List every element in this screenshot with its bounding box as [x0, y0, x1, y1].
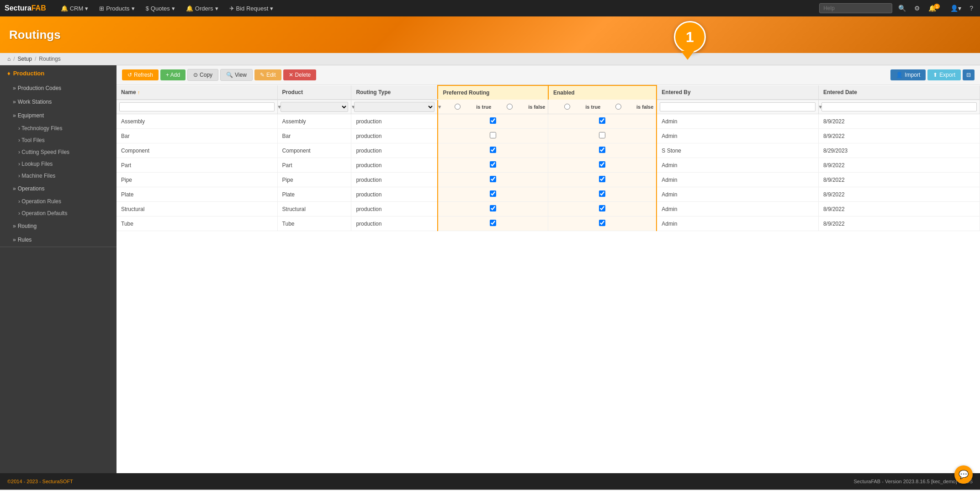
table-row[interactable]: StructuralStructuralproductionAdmin8/9/2…: [117, 202, 980, 216]
preferred-checkbox[interactable]: [490, 176, 496, 182]
export-button[interactable]: ⬆ Export: [927, 69, 961, 80]
cell-entered-date: 8/9/2022: [818, 129, 980, 143]
search-input[interactable]: [819, 3, 892, 13]
cell-name: Component: [117, 143, 277, 158]
preferred-checkbox[interactable]: [490, 161, 496, 168]
filter-entered-date-input[interactable]: [821, 102, 977, 111]
cell-routing-type: production: [351, 158, 438, 173]
sidebar-item-machine-files[interactable]: › Machine Files: [0, 170, 117, 182]
table-row[interactable]: TubeTubeproductionAdmin8/9/2022: [117, 216, 980, 231]
sidebar-item-routing[interactable]: » Routing: [0, 219, 117, 233]
sidebar-item-production-codes[interactable]: » Production Codes: [0, 81, 117, 95]
sidebar-item-operations[interactable]: » Operations: [0, 182, 117, 195]
filter-product-select[interactable]: [281, 102, 349, 112]
enabled-true-radio[interactable]: [551, 104, 583, 110]
sidebar-item-rules[interactable]: » Rules: [0, 233, 117, 247]
nav-quotes[interactable]: $ Quotes ▾: [140, 0, 180, 16]
table-row[interactable]: PartPartproductionAdmin8/9/2022: [117, 158, 980, 173]
cell-entered-date: 8/9/2022: [818, 202, 980, 216]
home-icon[interactable]: ⌂: [7, 56, 11, 62]
table-row[interactable]: ComponentComponentproductionS Stone8/29/…: [117, 143, 980, 158]
toolbar: ↺ Refresh + Add ⊙ Copy 🔍 View ✎ Edit ✕ D…: [117, 65, 980, 85]
cell-enabled: [548, 173, 657, 187]
view-button[interactable]: 🔍 View: [220, 69, 253, 81]
enabled-checkbox[interactable]: [599, 147, 605, 153]
enabled-false-radio[interactable]: [602, 104, 635, 110]
import-button[interactable]: 👤 Import: [890, 69, 926, 80]
add-button[interactable]: + Add: [160, 69, 185, 80]
cell-enabled: [548, 129, 657, 143]
preferred-false-radio[interactable]: [493, 104, 526, 110]
gear-icon[interactable]: ⚙: [912, 5, 922, 12]
cell-preferred: [438, 187, 548, 202]
cell-routing-type: production: [351, 114, 438, 129]
notification-icon[interactable]: 🔔1: [926, 5, 944, 12]
sidebar-item-operation-rules[interactable]: › Operation Rules: [0, 195, 117, 207]
enabled-checkbox[interactable]: [599, 161, 605, 168]
edit-button[interactable]: ✎ Edit: [254, 69, 281, 80]
refresh-button[interactable]: ↺ Refresh: [122, 69, 159, 80]
sidebar-item-technology-files[interactable]: › Technology Files: [0, 122, 117, 134]
sidebar-item-lookup-files[interactable]: › Lookup Files: [0, 158, 117, 170]
preferred-checkbox[interactable]: [490, 117, 496, 124]
filter-routing-type-select[interactable]: [354, 102, 434, 112]
preferred-checkbox[interactable]: [490, 220, 496, 226]
cell-product: Component: [277, 143, 351, 158]
cell-product: Assembly: [277, 114, 351, 129]
enabled-checkbox[interactable]: [599, 176, 605, 182]
edit-icon: ✎: [260, 72, 265, 78]
sidebar-item-equipment[interactable]: » Equipment: [0, 109, 117, 122]
preferred-checkbox[interactable]: [490, 147, 496, 153]
preferred-checkbox[interactable]: [490, 205, 496, 211]
table-container: Name ↑ Product Routing Type Preferred Ro…: [117, 85, 980, 473]
enabled-checkbox[interactable]: [599, 132, 605, 138]
cell-name: Tube: [117, 216, 277, 231]
import-icon: 👤: [896, 72, 903, 78]
nav-orders[interactable]: 🔔 Orders ▾: [180, 0, 224, 16]
table-row[interactable]: AssemblyAssemblyproductionAdmin8/9/2022: [117, 114, 980, 129]
enabled-checkbox[interactable]: [599, 205, 605, 211]
columns-button[interactable]: ⊟: [963, 69, 975, 80]
preferred-true-radio[interactable]: [441, 104, 474, 110]
filter-entered-date-button[interactable]: ▼: [978, 103, 980, 111]
table-row[interactable]: BarBarproductionAdmin8/9/2022: [117, 129, 980, 143]
sidebar-item-work-stations[interactable]: » Work Stations: [0, 95, 117, 109]
filter-entered-by-input[interactable]: [660, 102, 816, 111]
preferred-checkbox[interactable]: [490, 190, 496, 197]
user-icon[interactable]: 👤▾: [948, 5, 964, 12]
nav-crm[interactable]: 🔔 CRM ▾: [55, 0, 94, 16]
nav-products[interactable]: ⊞ Products ▾: [94, 0, 140, 16]
table-header-row: Name ↑ Product Routing Type Preferred Ro…: [117, 85, 980, 100]
help-icon[interactable]: ?: [967, 5, 975, 12]
cell-name: Plate: [117, 187, 277, 202]
app-brand[interactable]: SecturaFAB: [5, 4, 46, 12]
table-row[interactable]: PlatePlateproductionAdmin8/9/2022: [117, 187, 980, 202]
sidebar-item-operation-defaults[interactable]: › Operation Defaults: [0, 207, 117, 219]
bid-request-chevron: ▾: [270, 5, 273, 12]
sidebar-item-cutting-speed-files[interactable]: › Cutting Speed Files: [0, 146, 117, 158]
preferred-checkbox[interactable]: [490, 132, 496, 138]
filter-name-input[interactable]: [119, 102, 275, 111]
sidebar-item-tool-files[interactable]: › Tool Files: [0, 134, 117, 146]
col-product-header: Product: [277, 85, 351, 100]
enabled-checkbox[interactable]: [599, 220, 605, 226]
cell-preferred: [438, 202, 548, 216]
filter-product: ▼: [277, 100, 351, 114]
cell-routing-type: production: [351, 216, 438, 231]
production-icon: ♦: [7, 70, 11, 77]
breadcrumb-setup[interactable]: Setup: [18, 56, 32, 62]
enabled-checkbox[interactable]: [599, 117, 605, 124]
cell-enabled: [548, 114, 657, 129]
cell-routing-type: production: [351, 129, 438, 143]
notification-badge: 1: [934, 4, 940, 9]
delete-button[interactable]: ✕ Delete: [283, 69, 317, 80]
copy-button[interactable]: ⊙ Copy: [187, 69, 218, 81]
table-row[interactable]: PipePipeproductionAdmin8/9/2022: [117, 173, 980, 187]
sidebar-production-title[interactable]: ♦ Production: [0, 65, 117, 81]
nav-bid-request[interactable]: ✈ Bid Request ▾: [224, 0, 279, 16]
chevron-right-icon-rl: »: [13, 237, 16, 243]
view-icon: 🔍: [226, 72, 233, 78]
search-icon[interactable]: 🔍: [896, 5, 908, 12]
enabled-checkbox[interactable]: [599, 190, 605, 197]
chat-button[interactable]: 💬: [954, 465, 973, 484]
